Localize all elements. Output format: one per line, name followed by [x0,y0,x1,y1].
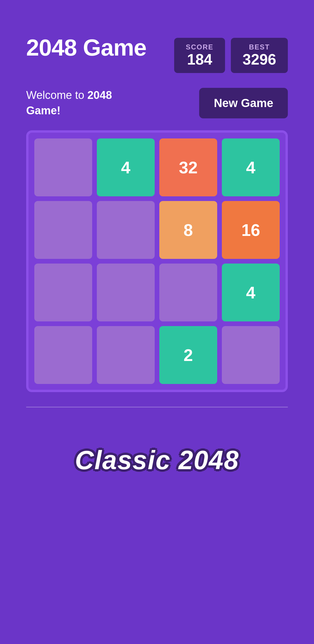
tile: 4 [222,264,280,321]
game-title: 2048 Game [26,35,147,61]
new-game-button[interactable]: New Game [199,88,288,118]
welcome-text: Welcome to 2048Game! [26,88,112,118]
score-value: 184 [186,51,213,68]
tile: 16 [222,201,280,259]
header-section: 2048 Game SCORE 184 BEST 3296 Welcome to… [26,35,288,130]
tile [34,138,92,196]
score-box: SCORE 184 [174,38,225,73]
branding-section: Classic 2048 [26,422,288,499]
tile: 4 [222,138,280,196]
tile [97,264,155,321]
title-row: 2048 Game SCORE 184 BEST 3296 [26,35,288,73]
tile [34,201,92,259]
tile: 4 [97,138,155,196]
score-label: SCORE [186,43,213,51]
best-box: BEST 3296 [231,38,288,73]
tile: 8 [159,201,217,259]
welcome-row: Welcome to 2048Game! New Game [26,88,288,118]
game-board: 432481642 [26,130,288,392]
tile [222,326,280,384]
tile [97,201,155,259]
tile [34,326,92,384]
score-section: SCORE 184 BEST 3296 [174,38,288,73]
tile: 32 [159,138,217,196]
tile: 2 [159,326,217,384]
page-container: 2048 Game SCORE 184 BEST 3296 Welcome to… [0,0,314,522]
tile [159,264,217,321]
divider [26,407,288,408]
best-label: BEST [242,43,276,51]
tile [97,326,155,384]
tile [34,264,92,321]
brand-title: Classic 2048 [75,445,239,475]
best-value: 3296 [242,51,276,68]
